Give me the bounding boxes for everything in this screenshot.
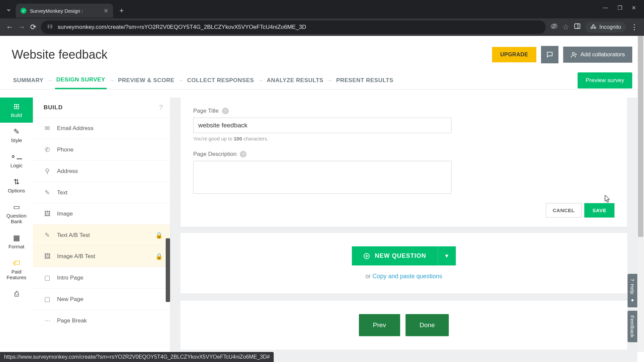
chevron-right-icon: → [178, 77, 184, 84]
build-item-text-ab[interactable]: ✎Text A/B Test🔒 [33, 224, 170, 246]
lock-icon: 🔒 [155, 232, 163, 239]
tab-search-dropdown[interactable] [3, 5, 14, 17]
add-user-icon [571, 51, 577, 58]
svg-rect-0 [48, 25, 49, 25]
build-item-phone[interactable]: ✆Phone [33, 139, 170, 160]
logic-icon: ⚬⚊ [10, 153, 23, 161]
add-collaborators-button[interactable]: Add collaborators [563, 47, 632, 63]
page-title-input[interactable] [193, 118, 451, 133]
new-question-dropdown[interactable]: ▼ [438, 246, 456, 265]
tab-analyze-results[interactable]: ANALYZE RESULTS [265, 72, 325, 88]
bookmark-star-icon[interactable]: ☆ [562, 23, 569, 32]
svg-rect-3 [50, 25, 52, 25]
tab-collect-responses[interactable]: COLLECT RESPONSES [186, 72, 255, 88]
reload-icon[interactable]: ⟳ [30, 23, 36, 32]
svg-rect-1 [48, 26, 49, 27]
close-window-icon[interactable]: ✕ [632, 5, 636, 11]
editor-canvas: Page Title? You're good up to 100 charac… [170, 98, 637, 362]
rail-format[interactable]: ▦Format [0, 229, 33, 254]
style-icon: ✎ [13, 127, 19, 136]
build-item-text[interactable]: ✎Text [33, 182, 170, 203]
page-nav-section: Prev Done [180, 301, 627, 350]
done-button[interactable]: Done [406, 314, 449, 336]
preview-survey-button[interactable]: Preview survey [578, 72, 632, 88]
build-item-image[interactable]: 🖼Image [33, 203, 170, 224]
new-page-icon: ▢ [44, 295, 51, 303]
back-icon[interactable]: ← [6, 23, 13, 32]
chevron-right-icon: → [47, 77, 53, 84]
chevron-right-icon: → [327, 77, 333, 84]
cancel-button[interactable]: CANCEL [546, 203, 582, 218]
new-question-button[interactable]: NEW QUESTION [352, 246, 437, 265]
address-bar: ← → ⟳ surveymonkey.com/create/?sm=rsYO2R… [0, 18, 644, 36]
rail-paid-features[interactable]: 🏷Paid Features [0, 254, 33, 285]
copy-paste-link[interactable]: Copy and paste questions [372, 273, 442, 280]
build-item-image-ab[interactable]: 🖼Image A/B Test🔒 [33, 246, 170, 267]
save-button[interactable]: SAVE [584, 203, 614, 218]
side-panel-icon[interactable] [574, 23, 581, 32]
incognito-badge[interactable]: Incognito [585, 22, 626, 33]
page-description-label: Page Description? [193, 151, 614, 158]
tab-present-results[interactable]: PRESENT RESULTS [335, 72, 395, 88]
build-item-intro-page[interactable]: ▢Intro Page [33, 267, 170, 288]
address-icon: ⚲ [44, 167, 51, 175]
new-tab-button[interactable]: + [115, 6, 128, 15]
close-tab-icon[interactable]: ✕ [104, 7, 108, 14]
feedback-side-tab[interactable]: Feedback [628, 311, 637, 342]
build-panel-scrollbar[interactable] [166, 238, 170, 302]
text-icon: ✎ [44, 189, 51, 196]
eye-off-icon[interactable] [550, 22, 558, 32]
help-icon[interactable]: ? [240, 151, 247, 158]
tab-summary[interactable]: SUMMARY [12, 72, 45, 88]
svg-point-9 [572, 52, 575, 55]
phone-icon: ✆ [44, 146, 51, 154]
maximize-icon[interactable]: ❐ [618, 5, 622, 11]
page-content: Website feedback UPGRADE Add collaborato… [0, 36, 644, 362]
image-ab-icon: 🖼 [44, 253, 51, 260]
site-settings-icon[interactable] [47, 23, 53, 31]
build-item-email[interactable]: ✉Email Address [33, 117, 170, 139]
svg-rect-4 [50, 26, 52, 27]
minimize-icon[interactable]: — [603, 5, 608, 11]
build-item-page-break[interactable]: ⋯Page Break [33, 310, 170, 331]
help-icon[interactable]: ? [222, 108, 229, 114]
build-panel: BUILD ? ✉Email Address ✆Phone ⚲Address ✎… [33, 98, 170, 362]
tab-design-survey[interactable]: DESIGN SURVEY [55, 72, 107, 89]
prev-button[interactable]: Prev [359, 314, 400, 336]
help-icon[interactable]: ? [159, 104, 163, 111]
browser-tab[interactable]: ✓ SurveyMonkey Design : ✕ [16, 4, 113, 18]
chevron-right-icon: → [109, 77, 115, 84]
surveymonkey-favicon-icon: ✓ [20, 8, 26, 14]
image-icon: 🖼 [44, 210, 51, 218]
comments-button[interactable] [541, 46, 558, 63]
chrome-menu-icon[interactable]: ⋮ [631, 23, 638, 32]
build-panel-title: BUILD [44, 104, 63, 111]
page-description-input[interactable] [193, 161, 451, 194]
rail-print[interactable]: ⎙ [0, 285, 33, 303]
upgrade-button[interactable]: UPGRADE [492, 47, 536, 62]
left-rail: ⊞Build ✎Style ⚬⚊Logic ⇅Options ▭Question… [0, 98, 33, 362]
chevron-right-icon: → [257, 77, 263, 84]
question-bank-icon: ▭ [13, 203, 20, 212]
rail-style[interactable]: ✎Style [0, 123, 33, 148]
char-count-hint: You're good up to 100 characters. [193, 136, 614, 141]
help-side-tab[interactable]: ? Help ● [628, 274, 637, 307]
rail-logic[interactable]: ⚬⚊Logic [0, 148, 33, 173]
build-item-new-page[interactable]: ▢New Page [33, 288, 170, 310]
status-bar: https://www.surveymonkey.com/create/?sm=… [0, 352, 274, 362]
rail-build[interactable]: ⊞Build [0, 98, 33, 123]
build-item-address[interactable]: ⚲Address [33, 160, 170, 182]
format-icon: ▦ [13, 234, 20, 242]
paid-icon: 🏷 [13, 259, 20, 267]
url-field[interactable]: surveymonkey.com/create/?sm=rsYO2R2V0EQO… [41, 20, 546, 34]
options-icon: ⇅ [13, 178, 19, 186]
rail-options[interactable]: ⇅Options [0, 173, 33, 198]
rail-question-bank[interactable]: ▭Question Bank [0, 198, 33, 229]
survey-title[interactable]: Website feedback [12, 48, 108, 62]
email-icon: ✉ [44, 124, 51, 132]
page-scrollbar[interactable] [637, 36, 644, 352]
tab-preview-score[interactable]: PREVIEW & SCORE [117, 72, 176, 88]
add-question-section: NEW QUESTION ▼ or Copy and paste questio… [180, 233, 627, 293]
plus-circle-icon [363, 253, 370, 259]
workflow-nav: SUMMARY → DESIGN SURVEY → PREVIEW & SCOR… [0, 72, 644, 89]
